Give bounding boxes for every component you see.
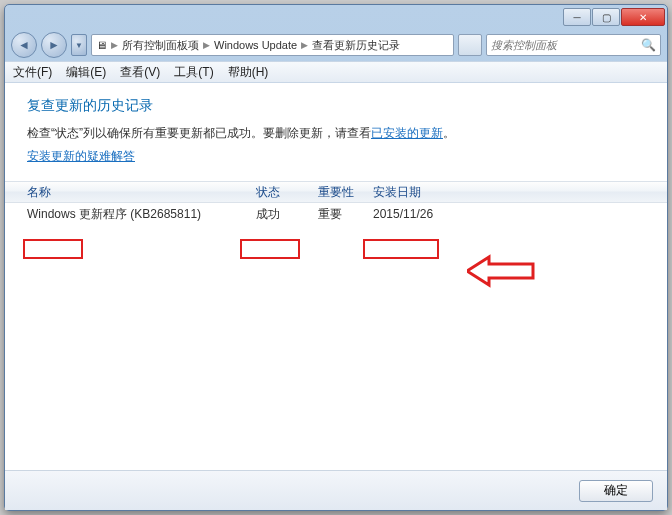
chevron-right-icon: ▶ bbox=[111, 40, 118, 50]
page-subtext: 检查“状态”列以确保所有重要更新都已成功。要删除更新，请查看已安装的更新。 bbox=[27, 125, 645, 142]
breadcrumb[interactable]: 🖥 ▶ 所有控制面板项 ▶ Windows Update ▶ 查看更新历史记录 bbox=[91, 34, 454, 56]
refresh-button[interactable] bbox=[458, 34, 482, 56]
breadcrumb-item[interactable]: Windows Update bbox=[214, 39, 297, 51]
footer-bar: 确定 bbox=[5, 470, 667, 510]
subtext-prefix: 检查“状态”列以确保所有重要更新都已成功。要删除更新，请查看 bbox=[27, 126, 371, 140]
monitor-icon: 🖥 bbox=[96, 39, 107, 51]
col-header-importance[interactable]: 重要性 bbox=[312, 184, 367, 201]
annotation-box bbox=[363, 239, 439, 259]
history-dropdown-button[interactable]: ▼ bbox=[71, 34, 87, 56]
breadcrumb-item[interactable]: 查看更新历史记录 bbox=[312, 38, 400, 53]
cell-name: Windows 更新程序 (KB2685811) bbox=[5, 206, 250, 223]
menu-bar: 文件(F) 编辑(E) 查看(V) 工具(T) 帮助(H) bbox=[5, 61, 667, 83]
window-controls: ─ ▢ ✕ bbox=[563, 8, 665, 26]
titlebar: ─ ▢ ✕ bbox=[5, 5, 667, 29]
maximize-button[interactable]: ▢ bbox=[592, 8, 620, 26]
menu-view[interactable]: 查看(V) bbox=[120, 64, 160, 81]
chevron-right-icon: ▶ bbox=[301, 40, 308, 50]
annotation-arrow bbox=[467, 251, 537, 291]
forward-button[interactable]: ► bbox=[41, 32, 67, 58]
annotation-box bbox=[240, 239, 300, 259]
subtext-suffix: 。 bbox=[443, 126, 455, 140]
col-header-date[interactable]: 安装日期 bbox=[367, 184, 477, 201]
close-button[interactable]: ✕ bbox=[621, 8, 665, 26]
ok-button[interactable]: 确定 bbox=[579, 480, 653, 502]
installed-updates-link[interactable]: 已安装的更新 bbox=[371, 126, 443, 140]
menu-help[interactable]: 帮助(H) bbox=[228, 64, 269, 81]
svg-marker-0 bbox=[467, 257, 533, 285]
col-header-status[interactable]: 状态 bbox=[250, 184, 312, 201]
menu-edit[interactable]: 编辑(E) bbox=[66, 64, 106, 81]
cell-importance: 重要 bbox=[312, 206, 367, 223]
page-title: 复查更新的历史记录 bbox=[27, 97, 645, 115]
troubleshoot-link[interactable]: 安装更新的疑难解答 bbox=[27, 148, 135, 165]
content-area: 复查更新的历史记录 检查“状态”列以确保所有重要更新都已成功。要删除更新，请查看… bbox=[5, 83, 667, 470]
cell-status: 成功 bbox=[250, 206, 312, 223]
update-history-table: 名称 状态 重要性 安装日期 Windows 更新程序 (KB2685811) … bbox=[5, 181, 667, 225]
search-box[interactable]: 🔍 bbox=[486, 34, 661, 56]
table-row[interactable]: Windows 更新程序 (KB2685811) 成功 重要 2015/11/2… bbox=[5, 203, 667, 225]
breadcrumb-item[interactable]: 所有控制面板项 bbox=[122, 38, 199, 53]
search-input[interactable] bbox=[491, 39, 621, 51]
minimize-button[interactable]: ─ bbox=[563, 8, 591, 26]
cell-date: 2015/11/26 bbox=[367, 207, 477, 221]
menu-file[interactable]: 文件(F) bbox=[13, 64, 52, 81]
navigation-bar: ◄ ► ▼ 🖥 ▶ 所有控制面板项 ▶ Windows Update ▶ 查看更… bbox=[5, 29, 667, 61]
arrow-right-icon: ► bbox=[48, 38, 60, 52]
menu-tools[interactable]: 工具(T) bbox=[174, 64, 213, 81]
chevron-down-icon: ▼ bbox=[75, 41, 83, 50]
annotation-box bbox=[23, 239, 83, 259]
table-header: 名称 状态 重要性 安装日期 bbox=[5, 181, 667, 203]
arrow-left-icon: ◄ bbox=[18, 38, 30, 52]
chevron-right-icon: ▶ bbox=[203, 40, 210, 50]
back-button[interactable]: ◄ bbox=[11, 32, 37, 58]
search-icon: 🔍 bbox=[641, 38, 656, 52]
col-header-name[interactable]: 名称 bbox=[5, 184, 250, 201]
